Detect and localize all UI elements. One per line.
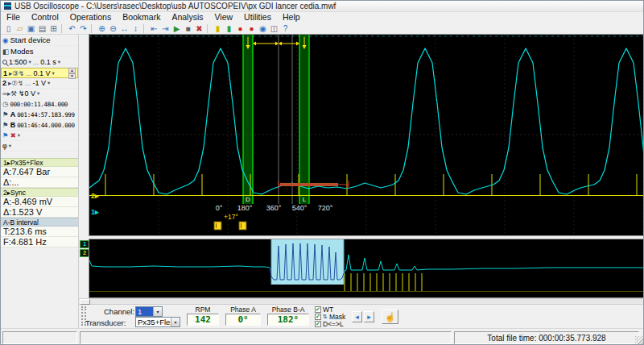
timebase-value[interactable]: 0.1 s	[40, 58, 56, 66]
checkbox-row-dl[interactable]: ✔D<=>L	[315, 320, 345, 327]
channel-2-row[interactable]: 2 ▸⑦↯ ... -1 V ▾	[1, 78, 78, 89]
modes-icon: ◧	[2, 48, 9, 56]
print-icon[interactable]: ▤	[37, 23, 47, 34]
bookmark-flag-icon[interactable]	[214, 222, 221, 230]
menu-control[interactable]: Control	[26, 12, 64, 23]
open-file-icon[interactable]: ▱	[14, 23, 25, 34]
group-label-phase-a: Phase A	[225, 306, 261, 314]
marker-a-value: 001:44:57.183.999	[17, 111, 75, 118]
overview-channel-2-button[interactable]: 2	[80, 249, 89, 257]
chevron-down-icon[interactable]: ▾	[37, 90, 39, 97]
menu-utilities[interactable]: Utilities	[238, 12, 277, 23]
menu-operations[interactable]: Operations	[64, 12, 117, 23]
overview-trace	[89, 260, 270, 268]
fit-width-icon[interactable]: ↔	[119, 23, 130, 34]
marker-yellow-icon[interactable]: ▮	[213, 23, 223, 34]
probe-value[interactable]: ↯0 V	[19, 89, 35, 98]
delete-bookmark-icon[interactable]: ✖	[10, 131, 16, 139]
bookmark-flag-icon[interactable]	[239, 222, 246, 230]
channel-1-range-value[interactable]: 0.1 V	[34, 69, 51, 77]
help-icon[interactable]: ?	[280, 23, 291, 34]
group-phase-b-a: Phase B-A182°	[267, 306, 309, 326]
main-scope[interactable]: DL0°180°360°540°720°+17°2▸1▸	[89, 35, 644, 235]
jump-end-icon[interactable]: ⇥	[160, 23, 171, 34]
chevron-down-icon[interactable]: ▾	[47, 80, 50, 86]
zoom-out-icon[interactable]: ⊖	[108, 23, 118, 34]
zoom-value[interactable]: 1:500	[9, 58, 27, 66]
toolbar-separator	[91, 24, 94, 33]
play-icon[interactable]: ▶	[171, 23, 182, 34]
chevron-down-icon[interactable]: ▾	[171, 318, 180, 326]
save-icon[interactable]: ▣	[26, 23, 36, 34]
status-bar: Total file time: 000:00:35.773.928	[1, 328, 644, 345]
marker-bar-l[interactable]	[299, 35, 309, 204]
prev-button[interactable]: ◂	[352, 311, 362, 322]
marker-a-label: A	[10, 110, 16, 118]
overview-scope[interactable]	[89, 239, 644, 297]
start-device-button[interactable]: ◉ Start device	[1, 35, 78, 46]
group-label-phase-b-a: Phase B-A	[267, 306, 309, 314]
chevron-down-icon[interactable]: ▾	[52, 70, 55, 77]
start-device-label: Start device	[10, 35, 50, 44]
zoom-row: 1:500 ▾ ... 0.1 s ▾	[1, 57, 78, 68]
checkbox-wt[interactable]: ✔	[315, 306, 321, 313]
marker-b-row[interactable]: ⚑ B 001:46:44.000.000	[1, 120, 78, 131]
channel-2-zero-marker[interactable]: 2▸	[91, 192, 99, 200]
marker-a-row[interactable]: ⚑ A 001:44:57.183.999	[1, 110, 78, 120]
menu-bookmark[interactable]: Bookmark	[117, 12, 166, 23]
measure-value: A:-8.469 mV	[1, 197, 78, 207]
menu-file[interactable]: File	[1, 12, 26, 23]
range-spinner[interactable]: ▲▼	[68, 68, 76, 79]
window-title: USB Oscilloscope - C:\Users\rasec\Deskto…	[14, 2, 336, 10]
checkbox-mask[interactable]: ✔	[315, 314, 321, 320]
next-button[interactable]: ▸	[364, 311, 374, 322]
undo-icon[interactable]: ↶	[67, 23, 77, 34]
marker-d-icon[interactable]: ●	[235, 23, 246, 34]
zoom-in-icon[interactable]: ⊕	[97, 23, 107, 34]
toolbar: ▯▱▣▤⊞↶↷⊕⊖↔↕⇤⇥▶■✖▮▮●●◉◫?	[1, 23, 644, 35]
menu-help[interactable]: Help	[277, 12, 306, 23]
marker-l-icon[interactable]: ●	[246, 23, 257, 34]
phase-row[interactable]: φ ▾	[1, 141, 78, 152]
jump-start-icon[interactable]: ⇤	[149, 23, 159, 34]
chevron-down-icon[interactable]: ▾	[29, 59, 31, 65]
measure-panel-3: A-B intervalT:213.6 msF:4.681 Hz	[1, 218, 78, 247]
redo-icon[interactable]: ↷	[78, 23, 89, 34]
layout-grid-icon[interactable]: ⊞	[48, 23, 59, 34]
probe-row[interactable]: ∞▸⚒ ↯0 V ▾	[1, 89, 78, 99]
channel-1-zero-marker[interactable]: 1▸	[91, 208, 99, 216]
chevron-down-icon[interactable]: ▾	[58, 59, 60, 65]
scrollbar-grip[interactable]: · · ·	[80, 299, 90, 305]
transducer-combobox[interactable]: Px35+Flex ▾	[135, 317, 180, 327]
degree-label: 540°	[292, 204, 308, 212]
stop-icon[interactable]: ■	[183, 23, 193, 34]
spin-up-icon[interactable]: ▲	[68, 68, 76, 73]
channel-2-range-value[interactable]: -1 V	[33, 79, 47, 87]
delete-icon[interactable]: ✖	[194, 23, 204, 34]
chevron-down-icon[interactable]: ▾	[153, 307, 162, 316]
horizontal-scrollbar[interactable]: · · ·	[79, 298, 644, 305]
channel-1-row[interactable]: 1 ▸③↯ ... 0.1 V ▾ ▲▼	[1, 68, 78, 78]
marker-green-icon[interactable]: ▮	[224, 23, 234, 34]
transducer-selected-value[interactable]: Px35+Flex	[136, 318, 171, 326]
chevron-down-icon[interactable]: ▾	[18, 132, 20, 139]
new-file-icon[interactable]: ▯	[3, 23, 14, 34]
bookmark-icon[interactable]: ⚑	[2, 131, 9, 139]
target-icon[interactable]: ◉	[258, 23, 268, 34]
power-icon: ◉	[2, 36, 8, 44]
overview-channel-1-button[interactable]: 1	[80, 240, 89, 248]
menu-analysis[interactable]: Analysis	[166, 12, 208, 23]
marker-bar-d[interactable]	[243, 35, 253, 204]
channel-1-probe-icons: ▸③↯	[9, 69, 24, 77]
menu-view[interactable]: View	[209, 12, 239, 23]
resize-grip[interactable]	[635, 336, 643, 344]
channel-combobox[interactable]: 1 ▾	[135, 306, 163, 317]
fit-height-icon[interactable]: ↕	[130, 23, 141, 34]
channel-selected-value[interactable]: 1	[136, 307, 153, 316]
chevron-down-icon[interactable]: ▾	[9, 143, 11, 149]
toolbar-separator	[143, 24, 147, 33]
pan-hand-button[interactable]: ☝	[382, 310, 398, 324]
split-view-icon[interactable]: ◫	[269, 23, 279, 34]
checkbox-dl[interactable]: ✔	[315, 321, 321, 327]
modes-button[interactable]: ◧ Modes	[1, 46, 78, 57]
